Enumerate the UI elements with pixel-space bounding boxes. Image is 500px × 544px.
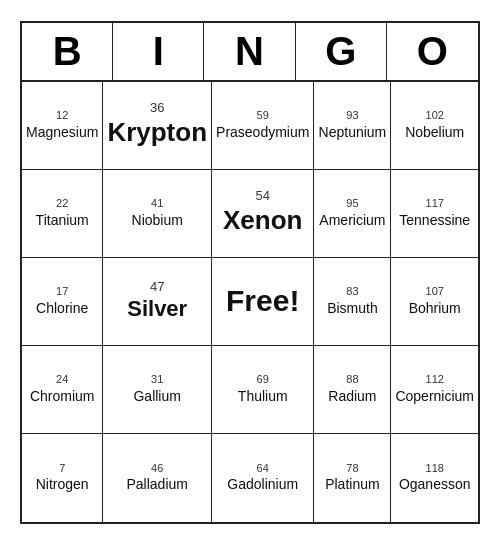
- cell-6: 41Niobium: [103, 170, 212, 258]
- cell-name-14: Bohrium: [409, 299, 461, 317]
- cell-name-10: Chlorine: [36, 299, 88, 317]
- cell-number-15: 24: [56, 373, 68, 386]
- cell-number-9: 117: [426, 197, 444, 210]
- cell-11: 47Silver: [103, 258, 212, 346]
- cell-number-24: 118: [426, 462, 444, 475]
- cell-number-11: 47: [150, 279, 164, 295]
- cell-number-1: 36: [150, 100, 164, 116]
- cell-name-3: Neptunium: [319, 123, 387, 141]
- cell-3: 93Neptunium: [314, 82, 391, 170]
- cell-name-1: Krypton: [107, 116, 207, 150]
- cell-name-11: Silver: [127, 295, 187, 324]
- cell-number-14: 107: [426, 285, 444, 298]
- cell-name-2: Praseodymium: [216, 123, 309, 141]
- cell-name-18: Radium: [328, 387, 376, 405]
- cell-number-0: 12: [56, 109, 68, 122]
- cell-1: 36Krypton: [103, 82, 212, 170]
- cell-number-23: 78: [346, 462, 358, 475]
- cell-name-16: Gallium: [133, 387, 180, 405]
- cell-20: 7Nitrogen: [22, 434, 103, 522]
- free-space: Free!: [226, 284, 299, 318]
- cell-8: 95Americium: [314, 170, 391, 258]
- cell-10: 17Chlorine: [22, 258, 103, 346]
- cell-number-8: 95: [346, 197, 358, 210]
- cell-name-20: Nitrogen: [36, 475, 89, 493]
- cell-19: 112Copernicium: [391, 346, 478, 434]
- bingo-letter-n: N: [204, 23, 295, 80]
- cell-name-0: Magnesium: [26, 123, 98, 141]
- cell-number-10: 17: [56, 285, 68, 298]
- cell-name-9: Tennessine: [399, 211, 470, 229]
- cell-15: 24Chromium: [22, 346, 103, 434]
- cell-4: 102Nobelium: [391, 82, 478, 170]
- cell-number-20: 7: [59, 462, 65, 475]
- cell-14: 107Bohrium: [391, 258, 478, 346]
- cell-number-3: 93: [346, 109, 358, 122]
- cell-name-5: Titanium: [36, 211, 89, 229]
- cell-5: 22Titanium: [22, 170, 103, 258]
- cell-name-7: Xenon: [223, 204, 302, 238]
- cell-name-19: Copernicium: [395, 387, 474, 405]
- cell-13: 83Bismuth: [314, 258, 391, 346]
- cell-name-21: Palladium: [126, 475, 187, 493]
- cell-number-19: 112: [426, 373, 444, 386]
- bingo-card: BINGO 12Magnesium36Krypton59Praseodymium…: [20, 21, 480, 524]
- bingo-letter-o: O: [387, 23, 478, 80]
- cell-name-24: Oganesson: [399, 475, 471, 493]
- cell-name-23: Platinum: [325, 475, 379, 493]
- cell-name-4: Nobelium: [405, 123, 464, 141]
- cell-number-4: 102: [426, 109, 444, 122]
- cell-2: 59Praseodymium: [212, 82, 314, 170]
- cell-number-13: 83: [346, 285, 358, 298]
- cell-number-7: 54: [256, 188, 270, 204]
- cell-18: 88Radium: [314, 346, 391, 434]
- cell-name-13: Bismuth: [327, 299, 378, 317]
- cell-9: 117Tennessine: [391, 170, 478, 258]
- bingo-letter-b: B: [22, 23, 113, 80]
- cell-number-22: 64: [257, 462, 269, 475]
- cell-7: 54Xenon: [212, 170, 314, 258]
- cell-23: 78Platinum: [314, 434, 391, 522]
- cell-number-5: 22: [56, 197, 68, 210]
- cell-name-15: Chromium: [30, 387, 95, 405]
- cell-21: 46Palladium: [103, 434, 212, 522]
- cell-number-18: 88: [346, 373, 358, 386]
- bingo-grid: 12Magnesium36Krypton59Praseodymium93Nept…: [22, 82, 478, 522]
- bingo-letter-i: I: [113, 23, 204, 80]
- cell-name-22: Gadolinium: [227, 475, 298, 493]
- cell-number-16: 31: [151, 373, 163, 386]
- bingo-letter-g: G: [296, 23, 387, 80]
- cell-number-2: 59: [257, 109, 269, 122]
- cell-number-6: 41: [151, 197, 163, 210]
- cell-17: 69Thulium: [212, 346, 314, 434]
- cell-number-17: 69: [257, 373, 269, 386]
- cell-name-17: Thulium: [238, 387, 288, 405]
- cell-22: 64Gadolinium: [212, 434, 314, 522]
- cell-0: 12Magnesium: [22, 82, 103, 170]
- cell-name-8: Americium: [319, 211, 385, 229]
- cell-number-21: 46: [151, 462, 163, 475]
- bingo-header: BINGO: [22, 23, 478, 82]
- cell-12: Free!: [212, 258, 314, 346]
- cell-24: 118Oganesson: [391, 434, 478, 522]
- cell-16: 31Gallium: [103, 346, 212, 434]
- cell-name-6: Niobium: [132, 211, 183, 229]
